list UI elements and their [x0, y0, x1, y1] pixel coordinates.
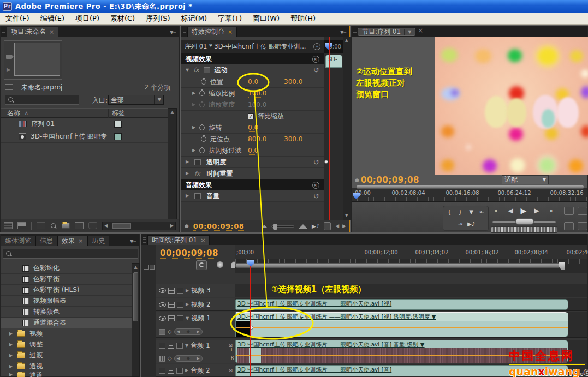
tab-project[interactable]: 项目:未命名 × [7, 27, 58, 37]
effect-item[interactable]: 色彩均化 [1, 263, 132, 274]
program-ruler[interactable]: 00;00 00;02;08;04 00;04;16;08 00;06;24;1… [352, 188, 587, 202]
collapse-right-icon[interactable] [186, 302, 189, 307]
collapse-right-icon[interactable] [192, 148, 195, 153]
show-timeline-view-button[interactable] [313, 43, 320, 50]
play-audio-icon[interactable] [312, 224, 319, 229]
track-lock-icon[interactable] [168, 288, 175, 294]
label-chip[interactable] [114, 121, 122, 128]
mini-ruler[interactable]: 0;00 [324, 40, 343, 53]
lift-button[interactable] [564, 222, 574, 230]
zoom-out-icon[interactable] [262, 225, 267, 228]
label-chip[interactable] [114, 133, 122, 140]
collapse-right-icon[interactable] [185, 368, 188, 373]
snap-button[interactable] [196, 260, 207, 270]
collapse-down-icon[interactable] [185, 344, 188, 348]
extract-button[interactable] [578, 222, 587, 230]
project-row-clip[interactable]: 3D-中国hcnrf上传 眼吧专 [1, 130, 168, 143]
position-y-value[interactable]: 300.0 [284, 78, 302, 86]
project-hscrollbar[interactable] [102, 222, 176, 230]
menu-help[interactable]: 帮助(H) [285, 14, 321, 23]
encore-marker-button[interactable] [217, 261, 223, 268]
panel-grip[interactable] [143, 237, 146, 244]
set-out-button[interactable] [455, 207, 466, 217]
collapse-right-icon[interactable] [9, 354, 13, 358]
play-in-out-button[interactable] [466, 219, 477, 229]
effect-folder[interactable]: 调整 [1, 339, 132, 350]
timeline-workarea-strip[interactable] [235, 259, 587, 273]
track-lock-icon[interactable] [168, 368, 174, 374]
track-sync-box[interactable] [176, 343, 183, 349]
reset-icon[interactable] [313, 159, 319, 166]
scroll-left-icon[interactable] [104, 224, 108, 228]
track-sync-box[interactable] [176, 368, 183, 374]
audio-mute-box[interactable] [159, 343, 165, 349]
collapse-right-icon[interactable] [9, 332, 13, 336]
effect-folder[interactable]: 通道 [1, 372, 132, 377]
timeline-ruler[interactable]: ;00;00 00;00;32;00 00;01;04;02 00;01;36;… [235, 245, 587, 259]
effect-item[interactable]: 色彩平衡 (HLS) [1, 285, 132, 296]
panel-grip[interactable] [353, 29, 357, 35]
play-button[interactable] [517, 206, 530, 216]
find-button[interactable] [50, 223, 57, 229]
tab-effects[interactable]: 效果 × [57, 236, 87, 246]
close-icon[interactable]: × [78, 237, 83, 244]
safe-margins-button[interactable] [578, 207, 587, 215]
anchor-x-value[interactable]: 800.0 [248, 135, 266, 143]
collapse-icon[interactable]: « [312, 182, 319, 189]
playhead-line[interactable] [250, 262, 251, 376]
collapse-right-icon[interactable] [9, 343, 13, 347]
scale-value[interactable]: 100.0 [248, 89, 266, 98]
effect-vscrollbar[interactable] [343, 37, 351, 220]
scroll-right-icon[interactable] [342, 224, 346, 229]
step-back-button[interactable] [504, 206, 517, 216]
stopwatch-icon[interactable] [201, 136, 206, 142]
antiflicker-value[interactable]: 0.0 [248, 147, 258, 155]
chevron-down-icon[interactable] [408, 30, 411, 34]
set-marker-button[interactable] [466, 207, 477, 217]
panel-grip[interactable] [2, 29, 5, 35]
menu-window[interactable]: 窗口(W) [247, 14, 285, 23]
reset-icon[interactable] [313, 67, 319, 74]
effect-folder[interactable]: 过渡 [1, 350, 132, 361]
preview-play-icon[interactable] [7, 67, 11, 73]
stopwatch-icon[interactable] [199, 148, 205, 153]
panel-grip[interactable] [183, 29, 186, 35]
work-area-bar[interactable] [356, 185, 584, 189]
effect-folder[interactable]: 视频 [1, 328, 132, 339]
collapse-right-icon[interactable] [186, 171, 189, 176]
title-bar[interactable]: Pr Adobe Premiere Pro - E:\3D\未命名.prproj… [0, 0, 588, 13]
collapse-right-icon[interactable] [192, 125, 195, 130]
column-label[interactable]: 标签 [108, 109, 125, 118]
step-forward-button[interactable] [530, 206, 543, 216]
eye-icon[interactable] [159, 288, 166, 293]
stopwatch-icon[interactable] [199, 125, 205, 130]
project-up-icon[interactable] [5, 84, 13, 90]
work-area-bar[interactable] [235, 263, 560, 268]
track-lock-icon[interactable] [168, 343, 174, 349]
menu-sequence[interactable]: 序列(S) [140, 14, 175, 23]
track-display-style-icon[interactable] [159, 329, 165, 335]
menu-marker[interactable]: 标记(M) [176, 14, 212, 23]
mini-clip-chip[interactable]: 3D- [325, 55, 342, 68]
collapse-right-icon[interactable] [192, 91, 195, 95]
scroll-left-icon[interactable] [335, 224, 339, 229]
collapse-right-icon[interactable] [186, 194, 189, 198]
tab-timeline[interactable]: 时间线:序列 01 × [147, 235, 210, 245]
close-icon[interactable]: × [228, 28, 233, 35]
scroll-up-icon[interactable] [168, 110, 176, 115]
audio-mute-box[interactable] [159, 368, 165, 374]
set-in-button[interactable] [444, 207, 455, 217]
eye-icon[interactable] [159, 302, 166, 307]
track-sync-box[interactable] [177, 288, 183, 294]
tab-program[interactable]: 节目:序列 01 [358, 28, 415, 36]
add-keyframe-icon[interactable] [168, 329, 172, 334]
menu-project[interactable]: 项目(P) [70, 14, 105, 23]
clip-video2[interactable]: 3D-中国hcnrf上传 眼吧专业训练片 ——眼吧小天使.avi [视] [235, 299, 568, 310]
effect-row-time-remap[interactable]: fx 时间重置 [181, 168, 324, 179]
column-name[interactable]: 名称 [7, 109, 20, 118]
new-bin-button[interactable] [62, 223, 70, 229]
effect-row-volume[interactable]: 音量 [181, 190, 324, 202]
effect-row-motion[interactable]: fx 运动 [181, 64, 324, 76]
panel-menu-icon[interactable] [130, 240, 136, 244]
timeline-style-icon[interactable] [144, 265, 149, 270]
